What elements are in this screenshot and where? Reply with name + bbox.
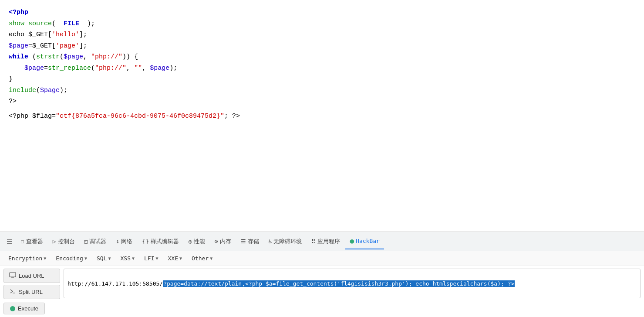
- console-icon: ▷: [53, 238, 56, 245]
- load-url-icon: [9, 272, 16, 280]
- lfi-menu[interactable]: LFI ▼: [140, 253, 162, 264]
- hackbar-action-buttons: Load URL Split URL: [3, 269, 60, 299]
- xss-menu[interactable]: XSS ▼: [116, 253, 138, 264]
- accessibility-icon: ♿: [269, 238, 272, 245]
- execute-button[interactable]: Execute: [3, 303, 45, 314]
- code-line-flag: <?php $flag="ctf{876a5fca-96c6-4cbd-9075…: [9, 111, 635, 122]
- code-line-7: }: [9, 74, 635, 85]
- code-line-1: <?php: [9, 7, 635, 18]
- code-line-9: ?>: [9, 96, 635, 107]
- sql-chevron-icon: ▼: [108, 256, 111, 261]
- tab-inspector[interactable]: ☐ 查看器: [17, 234, 47, 249]
- performance-icon: ◎: [189, 238, 192, 245]
- tab-debugger[interactable]: ◱ 调试器: [80, 234, 111, 249]
- encoding-chevron-icon: ▼: [84, 256, 87, 261]
- encryption-menu[interactable]: Encryption ▼: [4, 253, 50, 264]
- code-line-3: echo $_GET['hello'];: [9, 29, 635, 41]
- hackbar-url-area: Load URL Split URL http://61.147.171.105…: [0, 266, 644, 302]
- code-display: <?php show_source(__FILE__); echo $_GET[…: [0, 0, 644, 232]
- network-icon: ↕: [116, 238, 119, 245]
- tab-storage[interactable]: ☰ 存储: [236, 234, 263, 249]
- url-plain-part: http://61.147.171.105:58505/: [67, 280, 163, 287]
- other-menu[interactable]: Other ▼: [188, 253, 216, 264]
- tab-performance[interactable]: ◎ 性能: [184, 234, 209, 249]
- encoding-menu[interactable]: Encoding ▼: [52, 253, 91, 264]
- devtools-bar: ☐ 查看器 ▷ 控制台 ◱ 调试器 ↕ 网络 {} 样式编辑器 ◎ 性能 ⊙ 内…: [0, 232, 644, 251]
- encryption-chevron-icon: ▼: [44, 256, 46, 261]
- app-tools-icon: ⠿: [311, 238, 316, 245]
- hackbar-toolbar: Encryption ▼ Encoding ▼ SQL ▼ XSS ▼ LFI …: [0, 251, 644, 266]
- tab-memory[interactable]: ⊙ 内存: [210, 234, 236, 249]
- tab-app-tools[interactable]: ⠿ 应用程序: [307, 234, 344, 249]
- xxe-menu[interactable]: XXE ▼: [164, 253, 186, 264]
- hackbar-icon: ●: [350, 237, 354, 245]
- inspector-icon: ☐: [21, 238, 24, 245]
- code-line-6: $page=str_replace("php://", "", $page);: [9, 63, 635, 74]
- code-line-5: while (strstr($page, "php://")) {: [9, 51, 635, 63]
- split-url-button[interactable]: Split URL: [3, 285, 60, 299]
- url-input[interactable]: http://61.147.171.105:58505/?page=data:/…: [64, 269, 641, 298]
- code-line-4: $page=$_GET['page'];: [9, 41, 635, 52]
- tab-network[interactable]: ↕ 网络: [111, 234, 137, 249]
- debugger-icon: ◱: [84, 238, 88, 245]
- code-line-2: show_source(__FILE__);: [9, 18, 635, 30]
- tab-accessibility[interactable]: ♿ 无障碍环境: [264, 234, 307, 249]
- xss-chevron-icon: ▼: [132, 256, 135, 261]
- hackbar-execute-area: Execute: [0, 302, 644, 317]
- code-line-8: include($page);: [9, 85, 635, 96]
- url-highlighted-part: ?page=data://text/plain,<?php $a=file_ge…: [163, 280, 515, 287]
- svg-rect-0: [10, 273, 16, 277]
- other-chevron-icon: ▼: [210, 256, 212, 261]
- load-url-button[interactable]: Load URL: [3, 269, 60, 283]
- devtools-main-icon[interactable]: [3, 235, 16, 248]
- code-content: <?php show_source(__FILE__); echo $_GET[…: [9, 7, 635, 122]
- memory-icon: ⊙: [215, 238, 218, 245]
- xxe-chevron-icon: ▼: [179, 256, 182, 261]
- hackbar-panel: Encryption ▼ Encoding ▼ SQL ▼ XSS ▼ LFI …: [0, 251, 644, 317]
- tab-console[interactable]: ▷ 控制台: [48, 234, 79, 249]
- sql-menu[interactable]: SQL ▼: [93, 253, 115, 264]
- storage-icon: ☰: [241, 238, 246, 245]
- lfi-chevron-icon: ▼: [155, 256, 158, 261]
- tab-hackbar[interactable]: ● HackBar: [345, 234, 384, 249]
- execute-status-icon: [10, 306, 15, 311]
- tab-style-editor[interactable]: {} 样式编辑器: [138, 234, 183, 249]
- split-url-icon: [9, 288, 16, 296]
- style-icon: {}: [142, 238, 149, 245]
